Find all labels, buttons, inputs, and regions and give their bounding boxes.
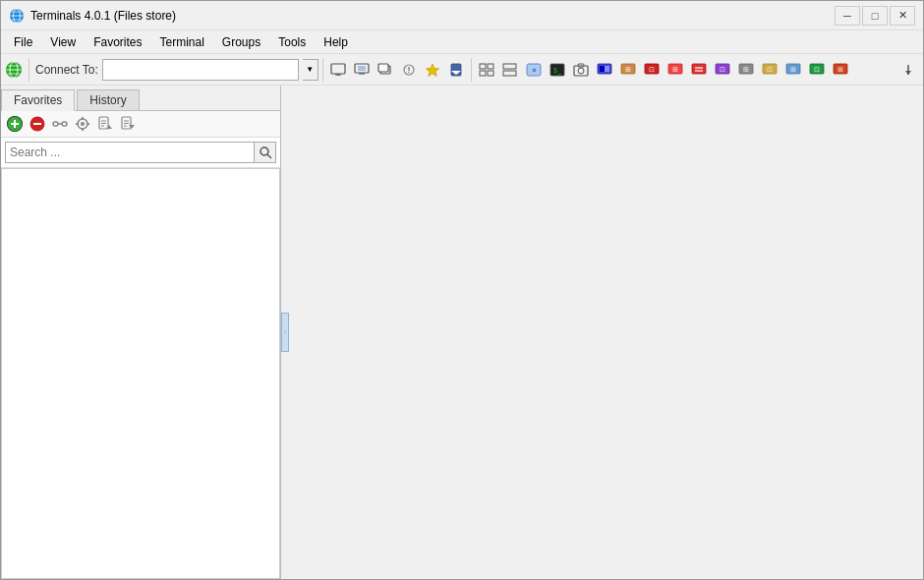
toolbar-monitor-button[interactable] [351, 59, 373, 81]
add-icon [6, 115, 24, 133]
svg-text:⊞: ⊞ [790, 66, 796, 73]
panel-connect-button[interactable] [50, 114, 70, 134]
colorterm1-icon [597, 63, 612, 77]
panel-splitter[interactable]: ‹ [281, 313, 289, 352]
svg-text:⊡: ⊡ [649, 66, 655, 73]
toolbar-separator-1 [29, 58, 29, 82]
menu-tools[interactable]: Tools [269, 32, 315, 52]
toolbar-colorterm2-button[interactable]: ⊞ [617, 59, 639, 81]
toolbar-console-button[interactable]: $_ [547, 59, 568, 81]
svg-marker-87 [129, 125, 135, 129]
bookmark-icon [448, 63, 464, 77]
menu-view[interactable]: View [41, 32, 85, 52]
menu-favorites[interactable]: Favorites [85, 32, 150, 52]
code-icon: ⋄ [526, 63, 542, 77]
panel-properties-icon [74, 115, 91, 133]
toolbar-btn-grid2[interactable] [499, 59, 521, 81]
menu-help[interactable]: Help [315, 32, 357, 52]
svg-rect-26 [480, 71, 486, 76]
toolbar-new-tab-button[interactable] [327, 59, 349, 81]
svg-rect-10 [331, 64, 345, 74]
tab-history[interactable]: History [77, 89, 139, 110]
panel-import-button[interactable] [95, 114, 115, 134]
toolbar-term3-button[interactable]: ⊡ [806, 59, 828, 81]
monitor-icon [354, 63, 370, 77]
connect-label: Connect To: [35, 63, 98, 77]
menu-bar: File View Favorites Terminal Groups Tool… [1, 30, 923, 54]
menu-terminal[interactable]: Terminal [151, 32, 213, 52]
properties-icon [401, 63, 417, 77]
favorites-list[interactable] [1, 168, 280, 579]
remove-icon [29, 115, 46, 133]
toolbar-camera-button[interactable] [570, 59, 592, 81]
svg-rect-25 [488, 64, 493, 69]
search-button[interactable] [255, 142, 276, 163]
title-bar-left: Terminals 4.0.1 (Files store) [9, 8, 176, 24]
import-icon [96, 115, 114, 133]
toolbar-colorterm1-button[interactable] [594, 59, 615, 81]
panel-export-button[interactable] [118, 114, 138, 134]
close-button[interactable]: ✕ [890, 6, 915, 26]
toolbar-bookmark-button[interactable] [445, 59, 467, 81]
toolbar-term2-button[interactable]: ⊞ [782, 59, 804, 81]
svg-text:⊡: ⊡ [720, 66, 725, 73]
svg-point-35 [578, 68, 584, 74]
duplicate-icon [377, 63, 393, 77]
toolbar-overflow-button[interactable] [897, 59, 919, 81]
term4-icon: ⊞ [833, 63, 848, 77]
svg-rect-28 [503, 64, 516, 69]
svg-point-88 [260, 147, 268, 155]
toolbar-redterm2-button[interactable]: ⊞ [664, 59, 686, 81]
tab-favorites[interactable]: Favorites [1, 89, 75, 111]
svg-rect-77 [87, 123, 89, 125]
panel-remove-button[interactable] [28, 114, 47, 134]
export-icon [119, 115, 137, 133]
menu-file[interactable]: File [5, 32, 41, 52]
tabs-bar: Favorites History [1, 86, 280, 111]
camera-icon [573, 63, 589, 77]
svg-rect-69 [53, 122, 58, 126]
panel-properties-button[interactable] [73, 114, 92, 134]
svg-marker-82 [106, 125, 112, 129]
toolbar-purpleterm-button[interactable]: ⊡ [712, 59, 733, 81]
svg-text:⋄: ⋄ [531, 66, 536, 75]
toolbar-code-button[interactable]: ⋄ [523, 59, 545, 81]
new-tab-icon [330, 63, 346, 77]
chain-icon [51, 115, 69, 133]
svg-rect-17 [378, 64, 388, 72]
maximize-button[interactable]: □ [862, 6, 888, 26]
connect-dropdown-button[interactable]: ▼ [303, 59, 318, 81]
toolbar-duplicate-button[interactable] [375, 59, 396, 81]
svg-text:⊡: ⊡ [814, 66, 820, 73]
menu-groups[interactable]: Groups [213, 32, 269, 52]
toolbar-redterm1-button[interactable]: ⊡ [641, 59, 663, 81]
toolbar-btn-grid1[interactable] [476, 59, 497, 81]
console-icon: $_ [549, 63, 565, 77]
toolbar-term1-button[interactable]: ⊡ [759, 59, 780, 81]
toolbar-star-button[interactable] [422, 59, 443, 81]
toolbar-separator-2 [322, 58, 323, 82]
svg-rect-70 [62, 122, 67, 126]
workspace: ‹ [281, 86, 923, 579]
panel-toolbar [1, 111, 280, 138]
svg-marker-21 [426, 64, 438, 77]
colorterm2-icon: ⊞ [620, 63, 636, 77]
window-title: Terminals 4.0.1 (Files store) [30, 9, 176, 23]
title-bar: Terminals 4.0.1 (Files store) ─ □ ✕ [1, 1, 923, 30]
svg-text:⊞: ⊞ [837, 66, 843, 73]
toolbar-redterm3-button[interactable] [688, 59, 710, 81]
svg-rect-76 [76, 123, 79, 125]
redterm2-icon: ⊞ [667, 63, 683, 77]
minimize-button[interactable]: ─ [835, 6, 860, 26]
search-input[interactable] [5, 142, 255, 163]
connect-input[interactable] [102, 59, 299, 81]
app-icon [9, 8, 25, 24]
toolbar-grayterm-button[interactable]: ⊞ [735, 59, 757, 81]
toolbar-properties-button[interactable] [398, 59, 420, 81]
svg-point-73 [81, 122, 85, 126]
svg-text:⊞: ⊞ [743, 66, 749, 73]
grid1-icon [479, 63, 494, 77]
svg-rect-46 [692, 64, 706, 74]
toolbar-term4-button[interactable]: ⊞ [830, 59, 851, 81]
panel-add-button[interactable] [5, 114, 25, 134]
